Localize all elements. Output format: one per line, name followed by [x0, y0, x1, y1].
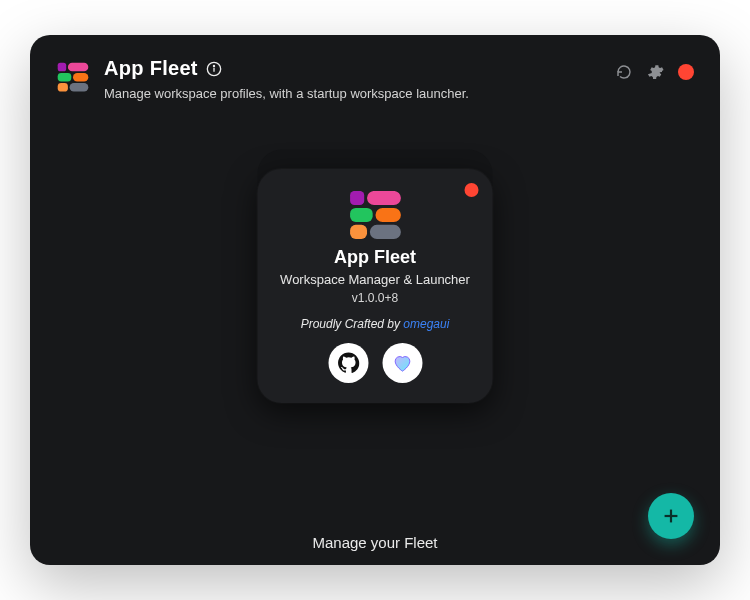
about-version: v1.0.0+8 — [276, 291, 475, 305]
add-button[interactable] — [648, 493, 694, 539]
svg-rect-5 — [70, 83, 89, 92]
svg-rect-0 — [58, 63, 66, 71]
svg-rect-2 — [58, 73, 72, 82]
header-text: App Fleet Manage workspace profiles, wit… — [104, 57, 469, 101]
heart-icon — [391, 352, 413, 374]
about-credit-prefix: Proudly Crafted by — [301, 317, 404, 331]
sponsor-button[interactable] — [382, 343, 422, 383]
svg-rect-12 — [375, 208, 400, 222]
app-logo-large — [346, 191, 404, 239]
reload-icon[interactable] — [616, 64, 632, 80]
about-card: App Fleet Workspace Manager & Launcher v… — [258, 169, 493, 403]
header: App Fleet Manage workspace profiles, wit… — [30, 35, 720, 111]
github-button[interactable] — [328, 343, 368, 383]
about-close-icon[interactable] — [465, 183, 479, 197]
plus-icon — [660, 505, 682, 527]
app-window: App Fleet Manage workspace profiles, wit… — [30, 35, 720, 565]
app-logo-small — [56, 61, 90, 95]
svg-rect-1 — [68, 63, 88, 71]
app-title: App Fleet — [104, 57, 198, 80]
about-credit: Proudly Crafted by omegaui — [276, 317, 475, 331]
svg-rect-3 — [73, 73, 88, 82]
svg-rect-10 — [367, 191, 401, 205]
github-icon — [337, 352, 359, 374]
svg-rect-14 — [369, 225, 400, 239]
svg-rect-9 — [350, 191, 364, 205]
info-icon[interactable] — [206, 61, 222, 77]
svg-rect-13 — [350, 225, 367, 239]
svg-rect-4 — [58, 83, 68, 92]
header-actions — [616, 63, 694, 81]
gear-icon[interactable] — [646, 63, 664, 81]
footer-text: Manage your Fleet — [30, 534, 720, 551]
svg-point-8 — [213, 65, 214, 66]
close-icon[interactable] — [678, 64, 694, 80]
about-subtitle: Workspace Manager & Launcher — [276, 272, 475, 287]
about-author-link[interactable]: omegaui — [403, 317, 449, 331]
about-buttons — [276, 343, 475, 383]
about-title: App Fleet — [276, 247, 475, 268]
app-subtitle: Manage workspace profiles, with a startu… — [104, 86, 469, 101]
svg-rect-11 — [350, 208, 373, 222]
